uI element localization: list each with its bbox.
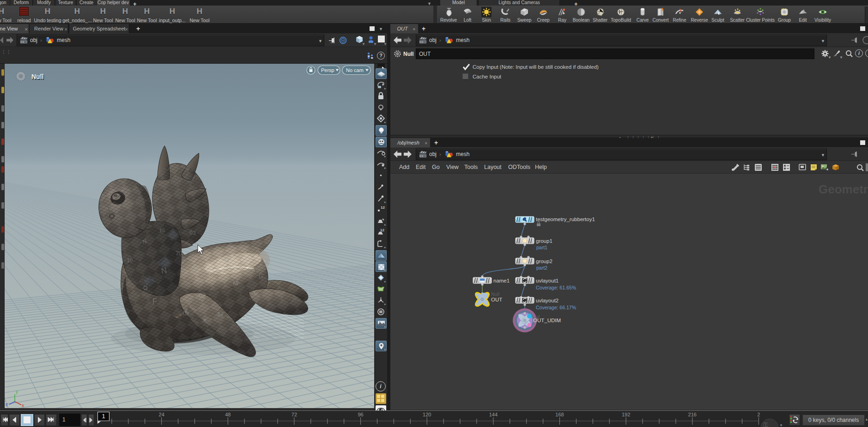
svg-text:uvlayout2: uvlayout2	[536, 298, 558, 303]
svg-text:02: 02	[199, 291, 206, 299]
svg-text:Persp: Persp	[321, 67, 334, 73]
svg-text:2: 2	[757, 412, 760, 417]
svg-text:72: 72	[291, 412, 297, 417]
svg-text:K: K	[203, 317, 207, 324]
svg-text:96: 96	[358, 412, 363, 417]
svg-text:name1: name1	[493, 278, 510, 283]
svg-text:70: 70	[176, 250, 182, 257]
svg-text:216: 216	[688, 412, 697, 417]
svg-text:G: G	[259, 273, 263, 280]
svg-text:O: O	[143, 285, 147, 291]
svg-text:Coverage: 66.17%: Coverage: 66.17%	[536, 305, 576, 310]
svg-text:10: 10	[127, 258, 133, 263]
svg-text:C: C	[254, 289, 258, 296]
svg-text:group1: group1	[536, 238, 552, 244]
svg-text:z: z	[6, 402, 8, 407]
svg-text:12: 12	[381, 205, 385, 210]
svg-text:03: 03	[189, 229, 196, 236]
svg-text:x: x	[263, 258, 266, 263]
svg-text:F: F	[152, 297, 157, 305]
svg-text:Null: Null	[491, 291, 499, 297]
svg-text:testgeometry_rubbertoy1: testgeometry_rubbertoy1	[536, 217, 595, 222]
svg-text:120: 120	[423, 412, 431, 417]
svg-text:uvlayout1: uvlayout1	[536, 278, 558, 283]
svg-text:Coverage: 61.65%: Coverage: 61.65%	[536, 285, 576, 290]
svg-text:144: 144	[489, 412, 498, 417]
svg-text:y: y	[16, 389, 18, 394]
svg-text:No cam: No cam	[346, 67, 364, 73]
svg-text:U2: U2	[245, 315, 251, 321]
svg-text:12: 12	[380, 228, 384, 232]
svg-text:12: 12	[217, 310, 224, 318]
svg-text:168: 168	[555, 412, 564, 417]
svg-text:OUT: OUT	[491, 297, 502, 302]
svg-text:OUT_UDIM: OUT_UDIM	[533, 318, 561, 323]
svg-text:03: 03	[222, 258, 227, 263]
svg-text:24: 24	[159, 412, 164, 417]
svg-text:16: 16	[159, 228, 165, 233]
svg-text:part2: part2	[536, 265, 547, 271]
svg-text:part1: part1	[536, 245, 547, 250]
svg-text:48: 48	[225, 412, 231, 417]
svg-text:M: M	[233, 279, 238, 287]
svg-text:192: 192	[622, 412, 630, 417]
svg-text:x: x	[22, 403, 24, 408]
svg-text:group2: group2	[536, 259, 552, 264]
svg-text:Null: Null	[31, 73, 43, 80]
